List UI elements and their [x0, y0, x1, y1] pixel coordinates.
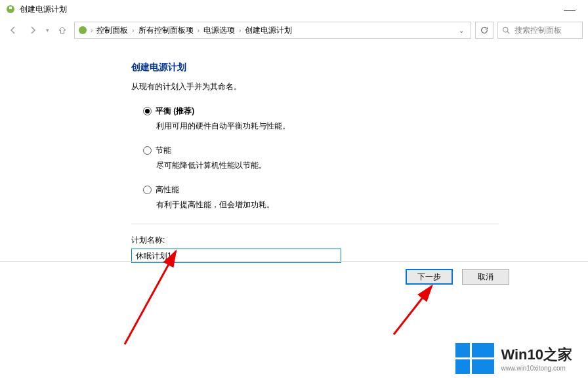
search-box[interactable]: 搜索控制面板 — [497, 22, 583, 39]
refresh-button[interactable] — [475, 22, 494, 39]
breadcrumb-item-create[interactable]: 创建电源计划 — [243, 25, 293, 36]
annotation-arrow — [381, 282, 446, 341]
back-button[interactable] — [5, 22, 21, 38]
divider — [131, 224, 499, 224]
breadcrumb-item-all[interactable]: 所有控制面板项 — [137, 25, 195, 36]
radio-desc: 尽可能降低计算机性能以节能。 — [156, 160, 562, 171]
radio-desc: 有利于提高性能，但会增加功耗。 — [156, 199, 562, 211]
radio-label: 平衡 (推荐) — [156, 106, 194, 117]
windows-icon — [455, 343, 494, 374]
page-subtitle: 从现有的计划入手并为其命名。 — [131, 81, 562, 92]
address-bar[interactable]: › 控制面板 › 所有控制面板项 › 电源选项 › 创建电源计划 ⌄ — [74, 22, 471, 39]
chevron-right-icon: › — [239, 27, 241, 34]
svg-point-2 — [503, 27, 508, 31]
svg-line-4 — [394, 286, 432, 334]
radio-group: 平衡 (推荐) 利用可用的硬件自动平衡功耗与性能。 节能 尽可能降低计算机性能以… — [131, 106, 562, 211]
divider — [0, 261, 588, 262]
up-button[interactable] — [54, 22, 70, 38]
minimize-button[interactable]: — — [556, 3, 583, 16]
breadcrumb-item-control-panel[interactable]: 控制面板 — [95, 25, 129, 36]
radio-icon — [143, 186, 152, 194]
radio-desc: 利用可用的硬件自动平衡功耗与性能。 — [156, 121, 562, 132]
chevron-right-icon: › — [198, 27, 200, 34]
radio-label: 高性能 — [156, 184, 179, 195]
radio-balanced[interactable]: 平衡 (推荐) 利用可用的硬件自动平衡功耗与性能。 — [143, 106, 562, 132]
address-icon — [77, 25, 88, 35]
radio-performance[interactable]: 高性能 有利于提高性能，但会增加功耗。 — [143, 184, 562, 211]
history-dropdown[interactable]: ▾ — [45, 27, 51, 33]
chevron-right-icon: › — [91, 27, 93, 34]
breadcrumb: 控制面板 › 所有控制面板项 › 电源选项 › 创建电源计划 — [95, 25, 293, 36]
search-placeholder: 搜索控制面板 — [514, 25, 562, 36]
radio-icon — [143, 146, 152, 155]
page-title: 创建电源计划 — [131, 62, 562, 73]
radio-icon — [143, 107, 152, 115]
radio-label: 节能 — [156, 145, 171, 156]
plan-name-label: 计划名称: — [131, 235, 562, 246]
search-icon — [502, 26, 511, 35]
breadcrumb-item-power[interactable]: 电源选项 — [202, 25, 236, 36]
app-icon — [5, 4, 16, 14]
cancel-button[interactable]: 取消 — [462, 269, 509, 285]
forward-button[interactable] — [25, 22, 41, 38]
logo-url: www.win10xitong.com — [501, 365, 572, 372]
navbar: ▾ › 控制面板 › 所有控制面板项 › 电源选项 › 创建电源计划 ⌄ 搜索控… — [0, 18, 588, 42]
next-button[interactable]: 下一步 — [406, 269, 453, 285]
button-row: 下一步 取消 — [406, 269, 509, 285]
radio-saver[interactable]: 节能 尽可能降低计算机性能以节能。 — [143, 145, 562, 171]
chevron-right-icon: › — [132, 27, 134, 34]
address-dropdown[interactable]: ⌄ — [455, 27, 468, 34]
content: 创建电源计划 从现有的计划入手并为其命名。 平衡 (推荐) 利用可用的硬件自动平… — [0, 42, 588, 263]
svg-line-3 — [125, 251, 176, 344]
svg-point-1 — [79, 26, 87, 34]
window-title: 创建电源计划 — [20, 4, 556, 15]
logo-title: Win10之家 — [501, 345, 572, 365]
watermark-logo: Win10之家 www.win10xitong.com — [455, 343, 572, 374]
titlebar: 创建电源计划 — — [0, 0, 588, 18]
